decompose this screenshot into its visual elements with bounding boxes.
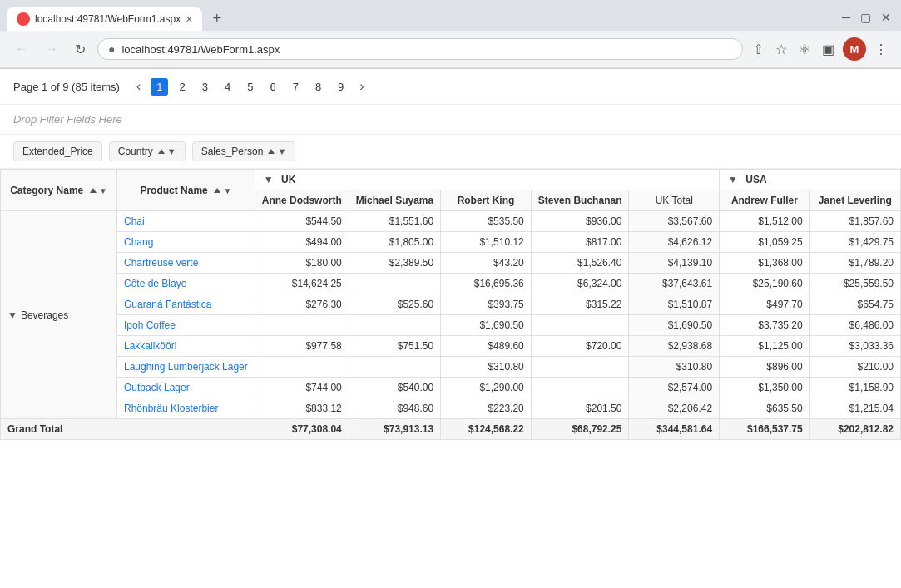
menu-icon[interactable]: ⋮ xyxy=(871,38,891,61)
robert-cell: $310.80 xyxy=(441,357,532,378)
funnel-icon: ▼ xyxy=(167,146,176,156)
anne-cell xyxy=(255,315,349,336)
pagination-bar: Page 1 of 9 (85 items) ‹ 1 2 3 4 5 6 7 8… xyxy=(0,69,901,105)
janet-cell: $1,429.75 xyxy=(809,232,900,253)
steven-cell: $720.00 xyxy=(531,336,629,357)
chip-label-sales-person: Sales_Person xyxy=(201,146,264,157)
share-icon[interactable]: ⇧ xyxy=(750,38,767,61)
robert-cell: $393.75 xyxy=(441,294,532,315)
product-link[interactable]: Ipoh Coffee xyxy=(124,319,176,331)
arrow-up-icon xyxy=(158,149,165,154)
tab-close-button[interactable]: × xyxy=(186,12,192,26)
uk-expand-icon[interactable]: ▼ xyxy=(264,174,274,185)
category-name: Beverages xyxy=(21,309,68,321)
product-name-cell: Côte de Blaye xyxy=(117,274,255,294)
product-link[interactable]: Guaraná Fantástica xyxy=(124,299,211,310)
sales-person-sort-icon: ▼ xyxy=(268,146,286,156)
reload-button[interactable]: ↻ xyxy=(70,38,91,61)
address-text: localhost:49781/WebForm1.aspx xyxy=(121,43,732,56)
filter-drop-area[interactable]: Drop Filter Fields Here xyxy=(0,105,901,135)
michael-cell xyxy=(349,357,440,378)
product-link[interactable]: Laughing Lumberjack Lager xyxy=(124,361,248,373)
janet-cell: $1,789.20 xyxy=(809,253,900,274)
janet-cell: $1,215.04 xyxy=(809,398,900,419)
page-button-3[interactable]: 3 xyxy=(196,78,214,96)
back-button[interactable]: ← xyxy=(10,38,33,60)
uk-total-cell: $2,574.00 xyxy=(629,378,720,398)
close-window-button[interactable]: ✕ xyxy=(878,7,894,27)
extended-price-chip[interactable]: Extended_Price xyxy=(13,141,102,161)
andrew-cell: $3,735.20 xyxy=(720,315,810,336)
page-button-5[interactable]: 5 xyxy=(241,78,259,96)
page-button-7[interactable]: 7 xyxy=(287,78,304,96)
andrew-cell: $1,059.25 xyxy=(720,232,810,253)
robert-king-header: Robert King xyxy=(441,190,532,211)
usa-group-header[interactable]: ▼ USA xyxy=(720,170,901,190)
sales-person-chip[interactable]: Sales_Person ▼ xyxy=(192,141,296,161)
michael-cell: $948.60 xyxy=(349,398,440,419)
product-link[interactable]: Rhönbräu Klosterbier xyxy=(124,403,218,414)
janet-cell: $3,033.36 xyxy=(809,336,900,357)
tab-title: localhost:49781/WebForm1.aspx xyxy=(35,13,181,25)
andrew-cell: $1,368.00 xyxy=(720,253,810,274)
product-link[interactable]: Chai xyxy=(124,215,145,227)
grand-total-janet: $202,812.82 xyxy=(809,419,900,440)
nav-bar: ← → ↻ ● localhost:49781/WebForm1.aspx ⇧ … xyxy=(0,31,901,68)
sidebar-icon[interactable]: ▣ xyxy=(819,38,838,61)
michael-cell xyxy=(349,315,440,336)
janet-cell: $1,857.60 xyxy=(809,211,900,232)
product-link[interactable]: Lakkalikööri xyxy=(124,340,176,352)
usa-expand-icon[interactable]: ▼ xyxy=(728,174,738,185)
category-name-header[interactable]: Category Name ▼ xyxy=(1,170,117,211)
table-row: Côte de Blaye$14,624.25$16,695.36$6,324.… xyxy=(1,274,901,294)
steven-cell: $817.00 xyxy=(531,232,629,253)
restore-button[interactable]: ▢ xyxy=(857,7,874,27)
data-table-wrapper: Category Name ▼ Product Name ▼ xyxy=(0,169,901,440)
product-link[interactable]: Outback Lager xyxy=(124,382,190,393)
profile-button[interactable]: M xyxy=(843,37,866,61)
next-page-button[interactable]: › xyxy=(354,77,369,96)
prev-page-button[interactable]: ‹ xyxy=(131,77,146,96)
anne-dodsworth-header: Anne Dodsworth xyxy=(255,190,349,211)
grand-total-row: Grand Total$77,308.04$73,913.13$124,568.… xyxy=(1,419,901,440)
address-bar[interactable]: ● localhost:49781/WebForm1.aspx xyxy=(97,38,743,60)
uk-group-header[interactable]: ▼ UK xyxy=(255,170,719,190)
grand-total-label: Grand Total xyxy=(1,419,255,440)
table-row: Chartreuse verte$180.00$2,389.50$43.20$1… xyxy=(1,253,901,274)
product-link[interactable]: Chartreuse verte xyxy=(124,257,198,269)
minimize-button[interactable]: ─ xyxy=(839,7,854,27)
michael-cell: $540.00 xyxy=(349,378,440,398)
bookmark-icon[interactable]: ☆ xyxy=(772,38,790,61)
category-expand-icon[interactable]: ▼ xyxy=(7,309,17,321)
grand-total-michael: $73,913.13 xyxy=(349,419,440,440)
janet-cell: $1,158.90 xyxy=(809,378,900,398)
new-tab-button[interactable]: + xyxy=(205,7,228,31)
extensions-icon[interactable]: ⚛ xyxy=(795,38,814,61)
active-tab[interactable]: localhost:49781/WebForm1.aspx × xyxy=(7,7,202,31)
table-row: Rhönbräu Klosterbier$833.12$948.60$223.2… xyxy=(1,398,901,419)
uk-total-cell: $2,206.42 xyxy=(629,398,720,419)
page-button-1[interactable]: 1 xyxy=(151,78,168,96)
page-button-9[interactable]: 9 xyxy=(332,78,349,96)
product-link[interactable]: Chang xyxy=(124,236,153,248)
filter-chips-bar: Extended_Price Country ▼ Sales_Person ▼ xyxy=(0,135,901,169)
robert-cell: $1,510.12 xyxy=(441,232,532,253)
country-chip[interactable]: Country ▼ xyxy=(109,141,186,161)
forward-button[interactable]: → xyxy=(40,38,63,60)
page-button-4[interactable]: 4 xyxy=(219,78,236,96)
anne-cell: $833.12 xyxy=(255,398,349,419)
andrew-cell: $1,125.00 xyxy=(720,336,810,357)
page-button-8[interactable]: 8 xyxy=(309,78,327,96)
uk-total-cell: $1,510.87 xyxy=(629,294,720,315)
andrew-cell: $1,350.00 xyxy=(720,378,810,398)
browser-chrome: localhost:49781/WebForm1.aspx × + ─ ▢ ✕ … xyxy=(0,0,901,69)
michael-suyama-header: Michael Suyama xyxy=(349,190,440,211)
product-name-header[interactable]: Product Name ▼ xyxy=(117,170,255,211)
page-button-6[interactable]: 6 xyxy=(264,78,281,96)
grand-total-anne: $77,308.04 xyxy=(255,419,349,440)
page-button-2[interactable]: 2 xyxy=(173,78,191,96)
uk-total-cell: $1,690.50 xyxy=(629,315,720,336)
lock-icon: ● xyxy=(108,42,115,56)
grand-total-robert: $124,568.22 xyxy=(441,419,532,440)
product-link[interactable]: Côte de Blaye xyxy=(124,278,186,289)
